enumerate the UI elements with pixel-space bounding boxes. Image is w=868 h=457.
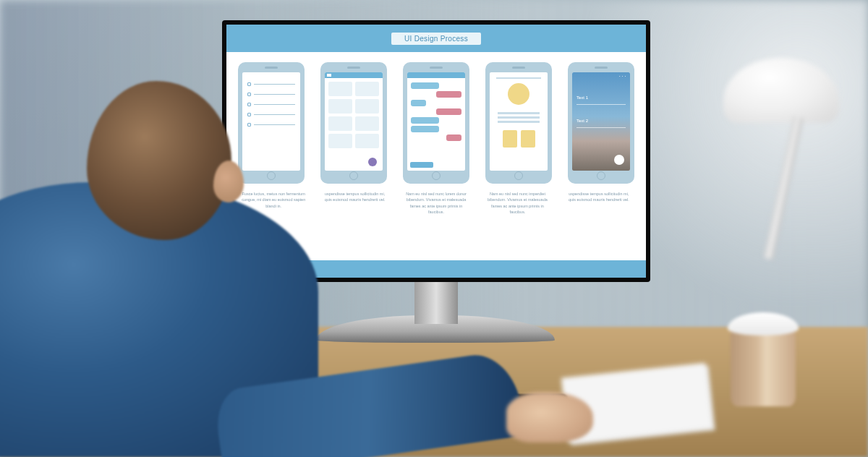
mockup-caption: Nam eu nisl sed nunc imperdiet bibendum.… (482, 191, 553, 255)
coffee-cup (731, 312, 796, 406)
circle-icon (614, 155, 624, 165)
person-foreground (0, 52, 318, 457)
fab-icon (368, 158, 377, 166)
phone-mockup-chat (403, 62, 469, 184)
phone-mockup-grid (320, 62, 387, 184)
mockup-caption: Nam eu nisl sed nunc lorem donor bibendu… (401, 191, 472, 255)
avatar-icon (508, 83, 529, 105)
mockup5-label-1: Text 1 (576, 95, 588, 100)
mockup5-label-2: Text 2 (576, 119, 588, 123)
phone-mockup-profile (485, 62, 552, 184)
page-title: UI Design Process (391, 33, 481, 45)
screen-header: UI Design Process (226, 25, 646, 52)
phone-mockup-gradient: • • • Text 1 Text 2 (568, 62, 634, 184)
desk-lamp (709, 22, 854, 275)
hamburger-icon (327, 74, 331, 77)
monitor-stand-neck (414, 281, 458, 324)
mockup-caption: uspendisse tempus sollicitudin mi, quis … (563, 191, 634, 255)
mockup-caption: uspendisse tempus sollicitudin mi, quis … (319, 191, 390, 255)
